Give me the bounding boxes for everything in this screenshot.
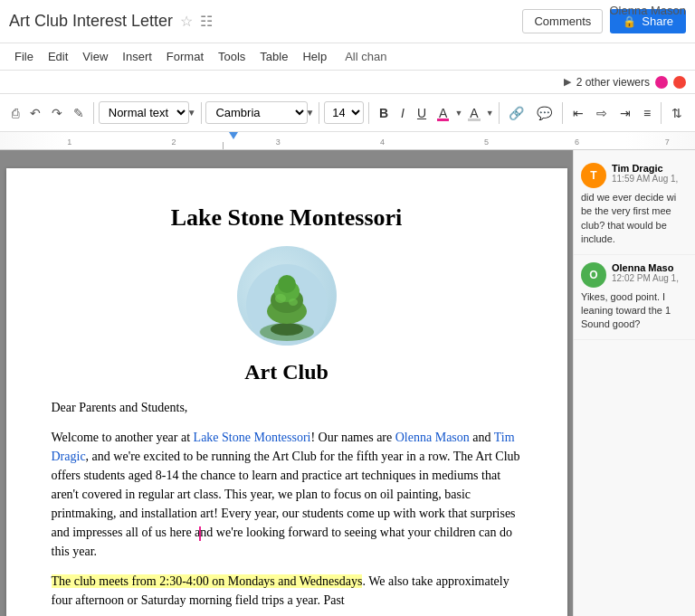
folder-icon[interactable]: ☷ (200, 13, 213, 30)
comments-button[interactable]: Comments (522, 9, 603, 33)
undo-button[interactable]: ↶ (25, 102, 45, 124)
title-right: Olenna Mason Comments 🔒 Share (522, 9, 686, 33)
title-left: Art Club Interest Letter ☆ ☷ (9, 12, 213, 31)
menu-bar: File Edit View Insert Format Tools Table… (0, 43, 695, 71)
redo-button[interactable]: ↷ (47, 102, 67, 124)
menu-table[interactable]: Table (252, 46, 295, 67)
separator-1 (93, 102, 94, 124)
toolbar: ⎙ ↶ ↷ ✎ Normal text Heading 1 Heading 2 … (0, 94, 695, 132)
highlight-arrow: ▼ (486, 109, 494, 118)
viewers-text: 2 other viewers (576, 76, 650, 89)
menu-file[interactable]: File (7, 46, 41, 67)
separator-6 (562, 102, 563, 124)
viewers-arrow-icon: ▶ (564, 76, 571, 88)
align-right-button[interactable]: ⇥ (614, 103, 636, 123)
tree-logo-svg (246, 264, 328, 346)
text-color-button[interactable]: A (433, 103, 452, 123)
link-button[interactable]: 🔗 (503, 103, 529, 123)
logo-container (52, 246, 522, 346)
comment-1-text: did we ever decide wi be the very first … (581, 191, 688, 247)
viewer-dot-1 (655, 76, 668, 89)
menu-view[interactable]: View (75, 46, 115, 67)
comment-2: O Olenna Maso 12:02 PM Aug 1, Yikes, goo… (574, 255, 695, 340)
comments-sidebar: T Tim Dragic 11:59 AM Aug 1, did we ever… (573, 150, 695, 616)
main-layout: Lake Stone Montessori (0, 150, 695, 616)
school-link[interactable]: Lake Stone Montessori (194, 431, 311, 444)
font-size-selector[interactable]: 14 12 16 18 (324, 101, 364, 124)
art-club-heading: Art Club (52, 360, 522, 384)
style-arrow-icon: ▼ (187, 108, 196, 118)
underline-button[interactable]: U (412, 103, 432, 123)
document-page[interactable]: Lake Stone Montessori (6, 168, 567, 616)
font-selector[interactable]: Cambria Arial Times New Roman (205, 101, 307, 124)
svg-point-8 (275, 294, 286, 303)
viewer-dot-2 (673, 76, 686, 89)
text-color-arrow: ▼ (454, 109, 462, 118)
separator-2 (201, 102, 202, 124)
menu-insert[interactable]: Insert (115, 46, 159, 67)
ruler-indent-marker[interactable] (229, 132, 238, 139)
comment-1-time: 11:59 AM Aug 1, (612, 174, 678, 184)
paragraph-1: Welcome to another year at Lake Stone Mo… (52, 428, 522, 561)
avatar-tim: T (581, 163, 606, 188)
font-arrow-icon: ▼ (306, 108, 315, 118)
all-changes-indicator: All chan (338, 46, 394, 67)
doc-title: Art Club Interest Letter (9, 12, 173, 31)
highlight-button[interactable]: A (464, 103, 483, 123)
paragraph-2: The club meets from 2:30-4:00 on Mondays… (52, 572, 522, 610)
print-button[interactable]: ⎙ (7, 102, 24, 124)
comment-button[interactable]: 💬 (531, 103, 557, 123)
svg-point-7 (278, 275, 296, 293)
separator-7 (661, 102, 662, 124)
school-logo (237, 246, 337, 346)
separator-5 (499, 102, 500, 124)
comment-1-author: Tim Dragic (612, 163, 678, 174)
separator-4 (368, 102, 369, 124)
svg-point-9 (289, 299, 298, 306)
menu-help[interactable]: Help (295, 46, 334, 67)
ruler: 1 2 3 4 5 6 7 (0, 132, 695, 150)
svg-point-3 (271, 323, 303, 336)
comment-2-author: Olenna Maso (612, 262, 679, 273)
school-name-heading: Lake Stone Montessori (52, 204, 522, 232)
justify-button[interactable]: ≡ (638, 103, 656, 123)
ruler-background: 1 2 3 4 5 6 7 (0, 132, 695, 149)
menu-tools[interactable]: Tools (211, 46, 252, 67)
style-selector[interactable]: Normal text Heading 1 Heading 2 (99, 101, 189, 124)
bold-button[interactable]: B (374, 103, 394, 123)
text-cursor (199, 526, 201, 541)
comment-2-text: Yikes, good point. I leaning toward the … (581, 290, 688, 332)
user-name: Olenna Mason (609, 4, 686, 17)
highlighted-text: The club meets from 2:30-4:00 on Mondays… (52, 574, 363, 588)
title-bar: Art Club Interest Letter ☆ ☷ Olenna Maso… (0, 0, 695, 43)
line-spacing-button[interactable]: ⇅ (666, 103, 688, 123)
align-center-button[interactable]: ⇨ (591, 103, 613, 123)
align-left-button[interactable]: ⇤ (567, 103, 589, 123)
salutation: Dear Parents and Students, (52, 401, 522, 415)
menu-edit[interactable]: Edit (41, 46, 75, 67)
star-icon[interactable]: ☆ (180, 13, 193, 30)
comment-1: T Tim Dragic 11:59 AM Aug 1, did we ever… (574, 156, 695, 255)
comment-2-time: 12:02 PM Aug 1, (612, 273, 679, 283)
italic-button[interactable]: I (395, 103, 410, 123)
avatar-olenna: O (581, 262, 606, 288)
document-area[interactable]: Lake Stone Montessori (0, 150, 573, 616)
author1-link[interactable]: Olenna Mason (395, 431, 470, 444)
separator-3 (319, 102, 319, 124)
menu-format[interactable]: Format (159, 46, 211, 67)
viewers-bar: ▶ 2 other viewers (0, 71, 695, 94)
paint-format-button[interactable]: ✎ (69, 102, 89, 124)
